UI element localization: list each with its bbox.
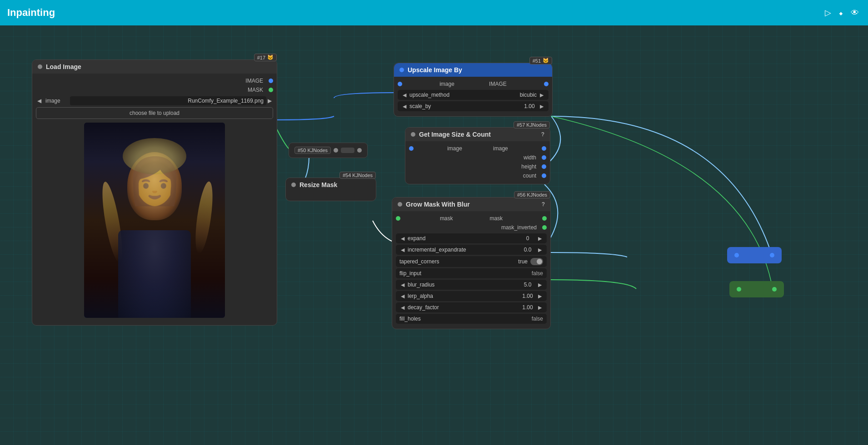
image-out-label: image — [493, 145, 508, 152]
resize-mask-title: Resize Mask — [299, 181, 337, 188]
upscale-method-next[interactable]: ▶ — [539, 92, 545, 98]
expand-next[interactable]: ▶ — [537, 236, 543, 242]
decay-next[interactable]: ▶ — [537, 305, 543, 311]
header-dot — [398, 202, 402, 207]
expand-prev[interactable]: ◀ — [399, 236, 406, 242]
upscale-method-prev[interactable]: ◀ — [401, 92, 408, 98]
image-label: image — [447, 145, 462, 152]
expand-row: ◀ expand 0 ▶ — [396, 233, 547, 243]
file-next-btn[interactable]: ▶ — [266, 98, 273, 104]
image-preview — [84, 123, 225, 318]
image-in-label: image — [439, 81, 454, 87]
incr-prev[interactable]: ◀ — [399, 247, 406, 253]
image-out-label: IMAGE — [245, 78, 263, 84]
blue-rect-left-port[interactable] — [734, 253, 739, 257]
badge-51: #51 🐱 — [529, 57, 552, 64]
upscale-body: image IMAGE ◀ upscale_method bicubic ▶ ◀… — [394, 77, 552, 116]
port-50-right[interactable] — [357, 148, 362, 153]
blue-rect-right-port[interactable] — [770, 253, 774, 257]
decay-label: decay_factor — [406, 304, 519, 311]
lerp-next[interactable]: ▶ — [537, 293, 543, 299]
port-50-left[interactable] — [334, 148, 338, 153]
green-rect-right-port[interactable] — [772, 287, 777, 292]
get-image-size-body: image image width height count — [405, 141, 550, 184]
get-image-size-title: Get Image Size & Count — [419, 131, 491, 138]
node-title: Load Image — [46, 63, 81, 70]
file-label: image — [43, 98, 70, 104]
load-image-node: #17 🐱 Load Image IMAGE MASK ◀ image RunC… — [32, 59, 277, 326]
badge-50: #50 KJNodes — [294, 147, 331, 154]
tapered-corners-value: true — [518, 258, 528, 265]
image-out-port[interactable] — [542, 146, 546, 151]
header-dot — [411, 132, 415, 137]
mask-out-label: MASK — [248, 87, 263, 93]
decay-prev[interactable]: ◀ — [399, 305, 406, 311]
upscale-node: #51 🐱 Upscale Image By image IMAGE ◀ ups… — [394, 63, 553, 117]
play-icon[interactable]: ▷ — [825, 8, 831, 18]
header-dot — [291, 183, 296, 187]
tapered-corners-toggle[interactable] — [530, 258, 543, 265]
image-in-port[interactable] — [409, 146, 414, 151]
blur-next[interactable]: ▶ — [537, 282, 543, 288]
mask-out-port[interactable] — [542, 216, 547, 221]
lerp-prev[interactable]: ◀ — [399, 293, 406, 299]
blur-label: blur_radius — [406, 282, 519, 288]
count-port-row: count — [405, 171, 550, 180]
mask-out-port[interactable] — [269, 88, 273, 92]
portrait — [84, 123, 225, 318]
tapered-corners-label: tapered_corners — [399, 258, 518, 265]
green-rect-node — [729, 281, 784, 297]
tapered-corners-row: tapered_corners true — [396, 256, 547, 267]
mask-out-label: mask — [489, 215, 503, 222]
header-dot — [399, 68, 404, 72]
fill-holes-row: fill_holes false — [396, 314, 547, 324]
mask-in-port[interactable] — [396, 216, 400, 221]
count-port[interactable] — [542, 173, 546, 178]
upscale-title: Upscale Image By — [408, 66, 462, 74]
app-title: Inpainting — [7, 7, 55, 19]
decay-factor-row: ◀ decay_factor 1.00 ▶ — [396, 302, 547, 312]
title-actions: ▷ ⬥ 👁 — [825, 8, 859, 18]
mask-in-label: mask — [440, 215, 453, 222]
scale-by-row: ◀ scale_by 1.00 ▶ — [398, 101, 549, 111]
load-image-body: IMAGE MASK ◀ image RunComfy_Example_1169… — [32, 74, 277, 325]
blur-radius-row: ◀ blur_radius 5.0 ▶ — [396, 280, 547, 290]
image-out-port[interactable] — [269, 79, 273, 83]
height-port[interactable] — [542, 164, 546, 169]
mask-port-row: mask mask — [392, 214, 550, 223]
grow-mask-node: #56 KJNodes Grow Mask With Blur ? mask m… — [392, 197, 551, 329]
lerp-alpha-row: ◀ lerp_alpha 1.00 ▶ — [396, 291, 547, 301]
width-port[interactable] — [542, 155, 546, 160]
green-rect-left-port[interactable] — [737, 287, 741, 292]
get-image-size-node: #57 KJNodes Get Image Size & Count ? ima… — [405, 127, 550, 184]
titlebar: Inpainting ▷ ⬥ 👁 — [0, 0, 868, 25]
port-row-image-out: IMAGE — [32, 76, 277, 85]
eye-icon[interactable]: 👁 — [851, 8, 859, 18]
upscale-method-row: ◀ upscale_method bicubic ▶ — [398, 90, 549, 100]
help-icon[interactable]: ? — [542, 201, 545, 208]
flip-label: flip_input — [399, 270, 532, 277]
help-icon[interactable]: ? — [541, 131, 544, 138]
image-in-port[interactable] — [398, 82, 402, 86]
image-port-row: image IMAGE — [394, 79, 552, 89]
file-prev-btn[interactable]: ◀ — [36, 98, 43, 104]
grow-mask-title: Grow Mask With Blur — [406, 201, 470, 208]
scale-prev[interactable]: ◀ — [401, 104, 408, 109]
incr-next[interactable]: ▶ — [537, 247, 543, 253]
image-file-row: ◀ image RunComfy_Example_1169.png ▶ — [36, 96, 273, 105]
decay-value: 1.00 — [519, 304, 537, 311]
upscale-method-label: upscale_method — [408, 92, 518, 98]
upload-button[interactable]: choose file to upload — [36, 107, 273, 119]
pin-icon[interactable]: ⬥ — [838, 8, 843, 18]
resize-mask-node: #54 KJNodes Resize Mask — [285, 178, 376, 201]
incr-expand-row: ◀ incremental_expandrate 0.0 ▶ — [396, 245, 547, 255]
lerp-label: lerp_alpha — [406, 293, 519, 299]
canvas: #17 🐱 Load Image IMAGE MASK ◀ image RunC… — [0, 25, 868, 445]
width-label: width — [524, 154, 536, 161]
image-out-port[interactable] — [544, 82, 549, 86]
upscale-method-value: bicubic — [518, 92, 539, 98]
mask-inverted-port[interactable] — [542, 225, 547, 230]
node-badge-17: #17 🐱 — [254, 54, 277, 61]
blur-prev[interactable]: ◀ — [399, 282, 406, 288]
scale-next[interactable]: ▶ — [539, 104, 545, 109]
